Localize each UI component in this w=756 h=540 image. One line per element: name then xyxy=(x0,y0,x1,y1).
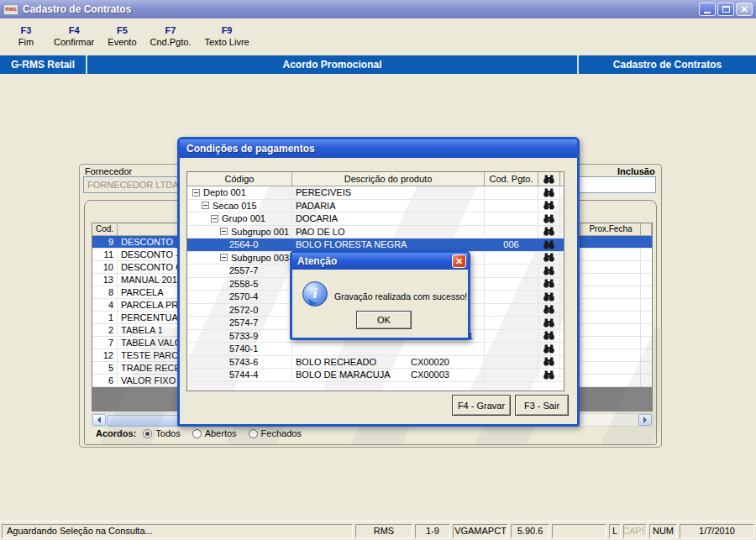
column-header-cod[interactable]: Cod. xyxy=(92,223,118,235)
tree-indent xyxy=(190,361,229,362)
toolbar-function-key[interactable]: F5 Evento xyxy=(108,23,136,55)
minimize-button[interactable] xyxy=(699,3,716,16)
codigo-text: 5740-1 xyxy=(229,343,258,354)
dialog-titlebar[interactable]: Condições de pagamentos xyxy=(180,139,577,158)
messagebox-title: Atenção xyxy=(297,255,452,267)
tree-row[interactable]: Depto 001 PERECIVEIS xyxy=(187,186,564,200)
scroll-right-button[interactable] xyxy=(638,414,652,426)
cell-search[interactable] xyxy=(538,369,560,381)
toolbar-function-key[interactable]: F7 Cnd.Pgto. xyxy=(150,23,192,55)
cell-search[interactable] xyxy=(538,186,560,199)
codigo-text: Subgrupo 003 xyxy=(231,253,289,263)
cell-descricao: BOLO RECHEADO CX00020 xyxy=(292,356,485,369)
cell-pad xyxy=(560,186,564,199)
tree-indent xyxy=(190,309,229,310)
close-button[interactable]: ✕ xyxy=(736,3,753,16)
restore-button[interactable] xyxy=(717,3,734,16)
tree-row[interactable]: Secao 015 PADARIA xyxy=(187,200,564,213)
tree-indent xyxy=(190,244,229,245)
tree-row[interactable]: Subgrupo 001 PAO DE LO xyxy=(187,226,564,239)
toolbar-function-key[interactable]: F9 Texto Livre xyxy=(204,23,249,55)
cell-search[interactable] xyxy=(538,330,560,343)
tree-expander-icon[interactable] xyxy=(211,215,218,223)
column-header-codigo[interactable]: Código xyxy=(187,172,292,186)
toolbar-function-key[interactable]: F3 Fim xyxy=(12,23,40,55)
ok-button[interactable]: OK xyxy=(356,311,412,329)
cell-search[interactable] xyxy=(538,304,560,317)
cell-search[interactable] xyxy=(538,343,560,355)
cell-pad xyxy=(560,226,564,239)
cell-extra xyxy=(641,349,652,361)
cell-extra xyxy=(641,274,652,286)
tree-indent xyxy=(190,257,220,258)
codigo-text: 2558-5 xyxy=(229,279,258,289)
tree-indent xyxy=(190,231,220,232)
column-header-cod-pgto[interactable]: Cod. Pgto. xyxy=(485,172,538,186)
column-header-extra[interactable] xyxy=(641,223,652,235)
cell-search[interactable] xyxy=(538,291,560,303)
cell-search[interactable] xyxy=(538,226,560,239)
tree-row[interactable]: 5740-1 xyxy=(187,343,564,356)
window-titlebar: RMS Cadastro de Contratos ✕ xyxy=(0,0,756,18)
tree-expander-icon[interactable] xyxy=(192,189,200,197)
binoculars-icon xyxy=(543,318,554,328)
cell-descricao: DOCARIA xyxy=(292,212,485,225)
radio-option-todos[interactable]: Todos xyxy=(143,428,180,438)
cell-search[interactable] xyxy=(538,356,560,369)
descricao-text: DOCARIA xyxy=(296,213,338,223)
cell-descricao xyxy=(292,343,485,355)
column-header-descricao[interactable]: Descrição do produto xyxy=(292,172,485,186)
descricao-text: BOLO FLORESTA NEGRA xyxy=(296,239,407,249)
cell-codigo: 2558-5 xyxy=(187,278,292,291)
column-header-search[interactable] xyxy=(538,172,560,186)
binoculars-icon xyxy=(543,214,554,223)
cell-search[interactable] xyxy=(538,278,560,291)
cell-search[interactable] xyxy=(538,239,560,251)
cell-search[interactable] xyxy=(538,212,560,225)
inclusao-field[interactable] xyxy=(578,176,656,193)
cell-prox-fecha xyxy=(581,337,641,349)
navbar-module-title: Acordo Promocional xyxy=(87,55,579,74)
cell-extra xyxy=(641,249,652,260)
statusbar-cell: 1-9 xyxy=(415,524,450,538)
cell-codigo: 5740-1 xyxy=(187,343,292,355)
cell-cod: 11 xyxy=(92,249,118,260)
statusbar-cell: VGAMAPCT xyxy=(453,524,508,538)
binoculars-icon xyxy=(543,175,554,184)
sair-button[interactable]: F3 - Sair xyxy=(515,395,569,416)
statusbar: Aguardando Seleção na Consulta...RMS1-9V… xyxy=(0,521,756,540)
cell-codigo: Subgrupo 003 xyxy=(187,252,292,265)
cell-search[interactable] xyxy=(538,265,560,277)
cell-codigo: 2570-4 xyxy=(187,291,292,303)
tool-label: Confirmar xyxy=(54,37,94,47)
tree-expander-icon[interactable] xyxy=(220,228,228,235)
cell-cod: 12 xyxy=(92,349,118,361)
cell-search[interactable] xyxy=(538,317,560,329)
cell-search[interactable] xyxy=(538,252,560,265)
radio-option-fechados[interactable]: Fechados xyxy=(249,428,302,438)
cell-cod-pgto xyxy=(485,317,538,329)
tree-indent xyxy=(190,322,229,323)
binoculars-icon xyxy=(543,279,554,288)
statusbar-cell: Aguardando Seleção na Consulta... xyxy=(2,524,353,538)
tree-indent xyxy=(190,375,229,375)
tree-row[interactable]: Grupo 001 DOCARIA xyxy=(187,212,564,226)
tool-key: F4 xyxy=(69,23,80,37)
tree-row[interactable]: 5744-4 BOLO DE MARACUJA CX00003 xyxy=(187,369,564,382)
cell-codigo: 2572-0 xyxy=(187,304,292,317)
radio-option-abertos[interactable]: Abertos xyxy=(192,428,237,438)
cell-codigo: Secao 015 xyxy=(187,200,292,212)
cell-search[interactable] xyxy=(538,200,560,212)
statusbar-cell: NUM xyxy=(649,524,677,538)
tree-expander-icon[interactable] xyxy=(220,254,228,261)
toolbar-function-key[interactable]: F4 Confirmar xyxy=(54,23,94,55)
scroll-left-button[interactable] xyxy=(92,414,106,426)
column-header-prox-fecha[interactable]: Prox.Fecha xyxy=(581,223,641,235)
cell-cod: 13 xyxy=(92,274,118,286)
info-icon: i xyxy=(302,281,328,307)
cell-pad xyxy=(560,317,564,329)
messagebox-close-button[interactable]: ✕ xyxy=(452,254,466,268)
tree-expander-icon[interactable] xyxy=(202,202,209,209)
gravar-button[interactable]: F4 - Gravar xyxy=(452,395,511,416)
tree-row[interactable]: 5743-6 BOLO RECHEADO CX00020 xyxy=(187,356,564,370)
